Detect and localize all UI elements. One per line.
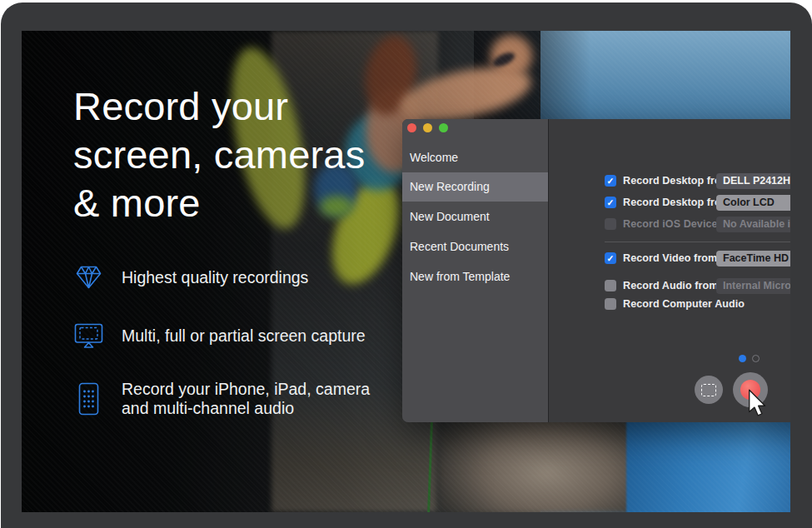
option-row: ✓ Record Video from: FaceTime HD Ca	[549, 251, 790, 267]
sidebar-item-new-recording[interactable]: New Recording	[402, 172, 548, 202]
close-button[interactable]	[407, 123, 416, 132]
page-dot-inactive[interactable]	[752, 355, 760, 362]
checkmark-icon: ✓	[607, 177, 615, 186]
sidebar-item-welcome[interactable]: Welcome	[402, 143, 548, 172]
new-recording-window: Welcome New Recording New Document Recen…	[402, 119, 790, 422]
sidebar-item-new-from-template[interactable]: New from Template	[402, 262, 548, 291]
headline-line: Record your	[73, 82, 365, 131]
option-label: Record Computer Audio	[623, 298, 745, 310]
option-label: Record Audio from:	[623, 280, 722, 291]
gem-icon	[73, 261, 103, 294]
multichannel-device-icon	[73, 382, 103, 416]
record-desktop-2-checkbox[interactable]: ✓	[605, 197, 616, 208]
laptop-screen: Record your screen, cameras & more Highe…	[22, 31, 790, 512]
partial-selection-button[interactable]	[695, 376, 723, 404]
feature-text: Highest quality recordings	[122, 268, 308, 287]
option-row: ✓ Record Desktop from: DELL P2412H	[549, 173, 790, 190]
section-separator	[605, 242, 790, 242]
audio-source-select[interactable]: Internal Microph	[716, 278, 790, 294]
feature-text: Multi, full or partial screen capture	[122, 326, 366, 346]
option-row: Record Audio from: Internal Microph	[549, 278, 790, 295]
marketing-page: Record your screen, cameras & more Highe…	[0, 0, 812, 528]
record-computer-audio-checkbox[interactable]	[605, 298, 616, 310]
checkmark-icon: ✓	[607, 198, 615, 207]
desktop-2-source-select[interactable]: Color LCD	[716, 195, 790, 211]
option-row: ✓ Record Desktop from: Color LCD	[549, 195, 790, 212]
option-label: Record Video from:	[623, 252, 721, 264]
headline-line: screen, cameras	[73, 131, 365, 179]
record-desktop-1-checkbox[interactable]: ✓	[605, 175, 616, 187]
sidebar-item-recent-documents[interactable]: Recent Documents	[402, 232, 548, 262]
feature-item: Record your iPhone, iPad, camera and mul…	[73, 380, 381, 418]
record-audio-checkbox[interactable]	[605, 280, 616, 291]
option-label: Record iOS Device:	[623, 218, 721, 230]
desktop-1-source-select[interactable]: DELL P2412H	[716, 173, 790, 189]
mouse-cursor	[748, 389, 766, 416]
record-video-checkbox[interactable]: ✓	[605, 252, 616, 264]
window-sidebar: Welcome New Recording New Document Recen…	[402, 119, 548, 422]
page-title: Record your screen, cameras & more	[73, 82, 365, 227]
record-ios-checkbox	[605, 218, 616, 230]
page-dot-active[interactable]	[739, 355, 746, 362]
dashed-selection-icon	[701, 384, 716, 396]
recording-options-panel: ✓ Record Desktop from: DELL P2412H ✓ Rec…	[549, 119, 790, 422]
ios-source-select: No Available iOS	[716, 217, 790, 232]
feature-item: Multi, full or partial screen capture	[73, 319, 381, 352]
minimize-button[interactable]	[423, 123, 432, 132]
option-row: Record Computer Audio	[549, 296, 790, 313]
zoom-button[interactable]	[439, 123, 448, 132]
screen-capture-icon	[73, 319, 103, 352]
checkmark-icon: ✓	[607, 254, 615, 263]
sidebar-item-new-document[interactable]: New Document	[402, 202, 548, 232]
feature-item: Highest quality recordings	[73, 261, 381, 294]
option-row: Record iOS Device: No Available iOS	[549, 217, 790, 233]
feature-list: Highest quality recordings Multi, full o…	[73, 261, 381, 418]
feature-text: Record your iPhone, iPad, camera and mul…	[122, 380, 381, 418]
video-source-select[interactable]: FaceTime HD Ca	[716, 251, 790, 266]
headline-line: & more	[73, 179, 365, 227]
